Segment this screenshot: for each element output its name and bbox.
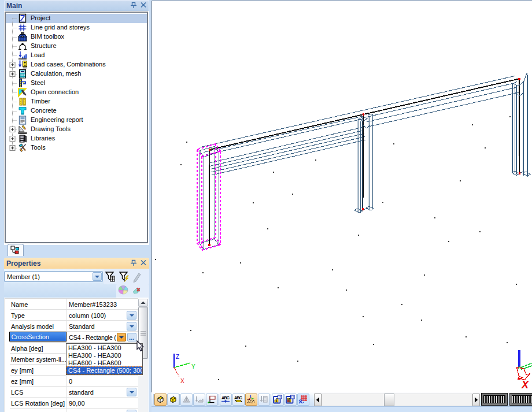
svg-text:ABC: ABC xyxy=(221,395,230,400)
svg-text:Y: Y xyxy=(191,363,195,370)
svg-text:X: X xyxy=(521,379,529,391)
svg-text:Z: Z xyxy=(176,354,179,360)
svg-text:X: X xyxy=(180,378,184,384)
svg-text:ABC: ABC xyxy=(234,395,243,400)
